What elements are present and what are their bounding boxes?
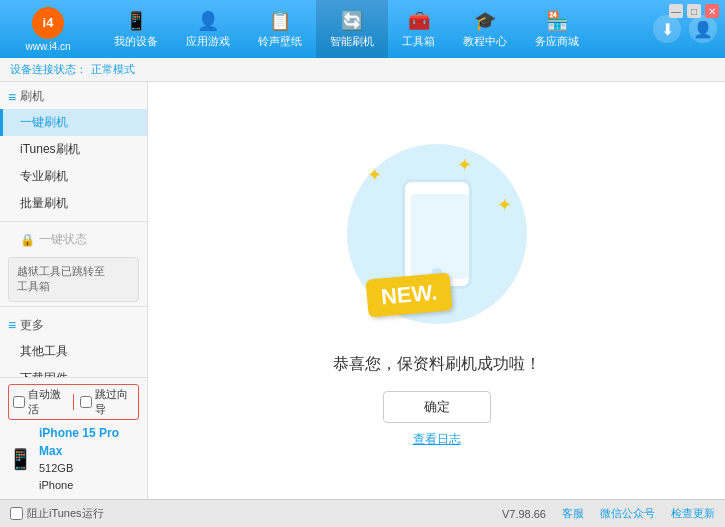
sidebar-item-one-key-flash[interactable]: 一键刷机 bbox=[0, 109, 147, 136]
nav-smart-flash[interactable]: 🔄 智能刷机 bbox=[316, 0, 388, 58]
device-name: iPhone 15 Pro Max bbox=[39, 424, 139, 460]
nav-smart-flash-label: 智能刷机 bbox=[330, 34, 374, 49]
device-info: 📱 iPhone 15 Pro Max 512GB iPhone bbox=[8, 424, 139, 493]
one-key-flash-label: 一键刷机 bbox=[20, 115, 68, 129]
pro-flash-label: 专业刷机 bbox=[20, 169, 68, 183]
my-device-icon: 📱 bbox=[125, 10, 147, 32]
auto-activate-label: 自动激活 bbox=[28, 387, 67, 417]
nav-my-device[interactable]: 📱 我的设备 bbox=[100, 0, 172, 58]
nav-toolbox[interactable]: 🧰 工具箱 bbox=[388, 0, 449, 58]
nav-ringtone-label: 铃声壁纸 bbox=[258, 34, 302, 49]
version-text: V7.98.66 bbox=[502, 508, 546, 520]
sidebar-item-other-tools[interactable]: 其他工具 bbox=[0, 338, 147, 365]
other-tools-label: 其他工具 bbox=[20, 344, 68, 358]
nav-bar: 📱 我的设备 👤 应用游戏 📋 铃声壁纸 🔄 智能刷机 🧰 工具箱 🎓 bbox=[100, 0, 653, 58]
window-controls: — □ ✕ bbox=[669, 4, 719, 18]
ringtone-icon: 📋 bbox=[269, 10, 291, 32]
sidebar-item-itunes-flash[interactable]: iTunes刷机 bbox=[0, 136, 147, 163]
nav-my-device-label: 我的设备 bbox=[114, 34, 158, 49]
device-type: iPhone bbox=[39, 477, 139, 494]
nav-apps-games-label: 应用游戏 bbox=[186, 34, 230, 49]
sidebar-scroll: ≡ 刷机 一键刷机 iTunes刷机 专业刷机 批量刷机 🔒 bbox=[0, 82, 147, 377]
checkbox-divider bbox=[73, 394, 74, 410]
wechat-link[interactable]: 微信公众号 bbox=[600, 506, 655, 521]
check-update-link[interactable]: 检查更新 bbox=[671, 506, 715, 521]
apps-games-icon: 👤 bbox=[197, 10, 219, 32]
flash-section-icon: ≡ bbox=[8, 89, 16, 105]
sidebar: ≡ 刷机 一键刷机 iTunes刷机 专业刷机 批量刷机 🔒 bbox=[0, 82, 148, 499]
sparkle-icon-1: ✦ bbox=[367, 164, 382, 186]
account-button[interactable]: 👤 bbox=[689, 15, 717, 43]
sidebar-note-text: 越狱工具已跳转至工具箱 bbox=[17, 265, 105, 292]
auto-activate-item: 自动激活 bbox=[13, 387, 67, 417]
content-area: ✦ ✦ ✦ NEW. 恭喜您，保资料刷机成功啦！ 确定 查看日志 bbox=[148, 82, 725, 499]
device-details: iPhone 15 Pro Max 512GB iPhone bbox=[39, 424, 139, 493]
sidebar-disabled-state: 🔒 一键状态 bbox=[0, 226, 147, 253]
sidebar-section-more: ≡ 更多 bbox=[0, 311, 147, 338]
nav-business[interactable]: 🏪 务应商城 bbox=[521, 0, 593, 58]
phone-illustration: ✦ ✦ ✦ NEW. bbox=[337, 134, 537, 334]
logo-subtitle: www.i4.cn bbox=[25, 41, 70, 52]
sidebar-item-batch-flash[interactable]: 批量刷机 bbox=[0, 190, 147, 217]
status-right: V7.98.66 客服 微信公众号 检查更新 bbox=[502, 506, 715, 521]
breadcrumb-status: 正常模式 bbox=[91, 62, 135, 77]
sidebar-note: 越狱工具已跳转至工具箱 bbox=[8, 257, 139, 302]
nav-ringtone[interactable]: 📋 铃声壁纸 bbox=[244, 0, 316, 58]
sidebar-divider-2 bbox=[0, 306, 147, 307]
device-section: 自动激活 跳过向导 📱 iPhone 15 Pro Max 512GB iPho… bbox=[0, 377, 148, 499]
phone-body bbox=[402, 179, 472, 289]
nav-tutorial-label: 教程中心 bbox=[463, 34, 507, 49]
nav-business-label: 务应商城 bbox=[535, 34, 579, 49]
skip-wizard-label: 跳过向导 bbox=[95, 387, 134, 417]
sidebar-item-download-firmware[interactable]: 下载固件 bbox=[0, 365, 147, 377]
sidebar-divider-1 bbox=[0, 221, 147, 222]
breadcrumb-label: 设备连接状态： bbox=[10, 62, 87, 77]
block-itunes-label: 阻止iTunes运行 bbox=[27, 506, 104, 521]
new-badge: NEW. bbox=[365, 272, 452, 317]
sidebar-item-pro-flash[interactable]: 专业刷机 bbox=[0, 163, 147, 190]
header: i4 www.i4.cn 📱 我的设备 👤 应用游戏 📋 铃声壁纸 🔄 智能刷机 bbox=[0, 0, 725, 58]
checkbox-row: 自动激活 跳过向导 bbox=[8, 384, 139, 420]
more-section-icon: ≡ bbox=[8, 317, 16, 333]
phone-screen bbox=[411, 194, 469, 279]
nav-toolbox-label: 工具箱 bbox=[402, 34, 435, 49]
sidebar-section-flash: ≡ 刷机 bbox=[0, 82, 147, 109]
itunes-flash-label: iTunes刷机 bbox=[20, 142, 80, 156]
auto-activate-checkbox[interactable] bbox=[13, 396, 25, 408]
success-message: 恭喜您，保资料刷机成功啦！ bbox=[333, 354, 541, 375]
skip-wizard-checkbox[interactable] bbox=[80, 396, 92, 408]
sparkle-icon-2: ✦ bbox=[497, 194, 512, 216]
body-area: ≡ 刷机 一键刷机 iTunes刷机 专业刷机 批量刷机 🔒 bbox=[0, 82, 725, 499]
lock-icon: 🔒 bbox=[20, 233, 35, 247]
business-icon: 🏪 bbox=[546, 10, 568, 32]
skip-wizard-item: 跳过向导 bbox=[80, 387, 134, 417]
logo-icon: i4 bbox=[32, 7, 64, 39]
close-button[interactable]: ✕ bbox=[705, 4, 719, 18]
batch-flash-label: 批量刷机 bbox=[20, 196, 68, 210]
header-right: ⬇ 👤 bbox=[653, 15, 717, 43]
status-left: 阻止iTunes运行 bbox=[10, 506, 104, 521]
breadcrumb: 设备连接状态： 正常模式 bbox=[0, 58, 725, 82]
nav-apps-games[interactable]: 👤 应用游戏 bbox=[172, 0, 244, 58]
logo: i4 www.i4.cn bbox=[8, 7, 88, 52]
device-phone-icon: 📱 bbox=[8, 447, 33, 471]
confirm-button[interactable]: 确定 bbox=[383, 391, 491, 423]
sparkle-icon-3: ✦ bbox=[457, 154, 472, 176]
app-window: — □ ✕ i4 www.i4.cn 📱 我的设备 👤 应用游戏 📋 铃声壁纸 bbox=[0, 0, 725, 527]
nav-tutorial[interactable]: 🎓 教程中心 bbox=[449, 0, 521, 58]
maximize-button[interactable]: □ bbox=[687, 4, 701, 18]
tutorial-icon: 🎓 bbox=[474, 10, 496, 32]
device-storage: 512GB bbox=[39, 460, 139, 477]
minimize-button[interactable]: — bbox=[669, 4, 683, 18]
download-button[interactable]: ⬇ bbox=[653, 15, 681, 43]
status-bar: 阻止iTunes运行 V7.98.66 客服 微信公众号 检查更新 bbox=[0, 499, 725, 527]
block-itunes-checkbox[interactable] bbox=[10, 507, 23, 520]
smart-flash-icon: 🔄 bbox=[341, 10, 363, 32]
customer-service-link[interactable]: 客服 bbox=[562, 506, 584, 521]
toolbox-icon: 🧰 bbox=[408, 10, 430, 32]
log-link[interactable]: 查看日志 bbox=[413, 431, 461, 448]
